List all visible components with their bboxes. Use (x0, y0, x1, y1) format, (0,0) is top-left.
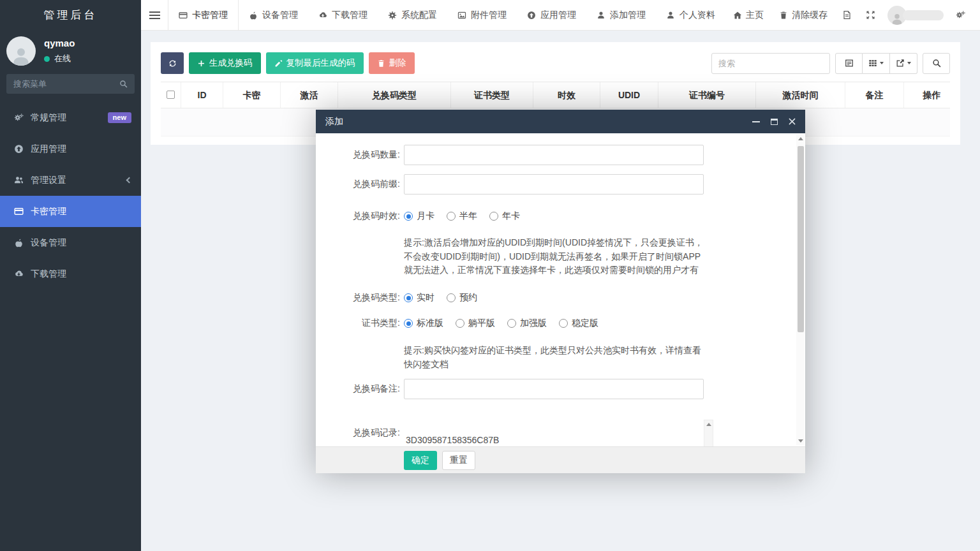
view-button-group (835, 53, 917, 74)
tab-card-management[interactable]: 卡密管理 (168, 0, 239, 30)
tab-apps[interactable]: 应用管理 (517, 0, 586, 30)
sidebar-search[interactable] (6, 74, 135, 94)
redacted-username (903, 10, 944, 20)
radio-icon (404, 293, 413, 302)
window-controls (752, 118, 796, 125)
tab-profile[interactable]: 个人资料 (656, 0, 725, 30)
count-input[interactable] (404, 145, 704, 165)
dialog-header[interactable]: 添加 (316, 110, 805, 133)
scroll-up-icon[interactable] (706, 423, 711, 426)
scroll-down-icon[interactable] (798, 439, 803, 443)
menu-toggle-icon[interactable] (141, 0, 168, 30)
pencil-icon (274, 59, 283, 68)
home-icon (733, 11, 742, 20)
expand-icon[interactable] (859, 0, 882, 30)
column-header[interactable]: 激活 (281, 82, 338, 108)
dialog-scrollbar[interactable] (796, 135, 805, 445)
dialog-title: 添加 (325, 116, 343, 128)
radio-realtime[interactable]: 实时 (404, 292, 434, 304)
textarea-scrollbar[interactable] (704, 420, 713, 446)
sidebar-item-admin-settings[interactable]: 管理设置 (0, 165, 141, 196)
table-header: ID 卡密 激活 兑换码类型 证书类型 时效 UDID 证书编号 激活时间 备注… (161, 82, 950, 108)
column-header[interactable]: 证书类型 (451, 82, 533, 108)
cloud-download-icon (14, 269, 24, 279)
status-text: 在线 (54, 53, 71, 64)
record-textarea[interactable]: 3D309587158356C87B (404, 420, 713, 446)
column-header[interactable]: 卡密 (223, 82, 281, 108)
scroll-up-icon[interactable] (798, 137, 803, 140)
columns-button[interactable] (863, 53, 890, 74)
radio-icon (559, 319, 568, 328)
note-label: 兑换码备注: (316, 383, 400, 395)
table-search-input[interactable] (711, 53, 830, 74)
tab-system-config[interactable]: 系统配置 (378, 0, 447, 30)
radio-year-card[interactable]: 年卡 (489, 210, 520, 222)
tab-add-admin[interactable]: 添加管理 (586, 0, 656, 30)
column-header[interactable]: 时效 (533, 82, 600, 108)
form-row-cert: 证书类型: 标准版 躺平版 加强版 稳定版 (316, 317, 805, 330)
add-dialog: 添加 兑换码数量: 兑换码前缀: 兑换码时效: 月卡 半年 年卡 提示:激活后会… (316, 110, 805, 473)
log-icon[interactable] (835, 0, 859, 30)
radio-half-year[interactable]: 半年 (447, 210, 477, 222)
copy-last-code-button[interactable]: 复制最后生成的码 (266, 52, 364, 74)
sidebar-item-general[interactable]: 常规管理 new (0, 102, 141, 133)
radio-label: 年卡 (502, 210, 520, 222)
sidebar-item-downloads[interactable]: 下载管理 (0, 258, 141, 290)
column-header[interactable]: UDID (600, 82, 658, 108)
users-icon (14, 175, 24, 185)
tab-label: 下载管理 (332, 10, 368, 21)
clear-cache-link[interactable]: 清除缓存 (771, 0, 835, 30)
radio-label: 月卡 (417, 210, 434, 222)
radio-month-card[interactable]: 月卡 (404, 210, 434, 222)
note-input[interactable] (404, 379, 704, 399)
column-header[interactable]: 操作 (904, 82, 960, 108)
close-icon[interactable] (789, 118, 796, 125)
minimize-icon[interactable] (752, 121, 760, 122)
column-header[interactable]: 证书编号 (658, 82, 756, 108)
select-all-cell (161, 82, 181, 108)
column-header[interactable]: 兑换码类型 (338, 82, 451, 108)
radio-stable[interactable]: 稳定版 (559, 318, 598, 329)
tab-label: 卡密管理 (192, 10, 228, 21)
columns-icon (868, 59, 877, 68)
radio-reserve[interactable]: 预约 (447, 292, 477, 304)
prefix-input[interactable] (404, 174, 704, 195)
tab-attachments[interactable]: 附件管理 (447, 0, 517, 30)
detail-view-button[interactable] (835, 53, 863, 74)
count-label: 兑换码数量: (316, 149, 400, 161)
radio-label: 躺平版 (468, 318, 495, 329)
dialog-footer: 确定 重置 (316, 446, 805, 473)
radio-tangping[interactable]: 躺平版 (456, 318, 495, 329)
export-button[interactable] (890, 53, 917, 74)
column-header[interactable]: 激活时间 (756, 82, 845, 108)
user-menu[interactable] (882, 6, 949, 25)
gears-icon[interactable] (949, 0, 972, 30)
form-row-type: 兑换码类型: 实时 预约 (316, 291, 805, 304)
confirm-button[interactable]: 确定 (404, 451, 437, 470)
search-toggle-button[interactable] (923, 53, 950, 74)
sidebar-item-apps[interactable]: 应用管理 (0, 133, 141, 165)
type-options: 实时 预约 (404, 291, 477, 304)
radio-enhanced[interactable]: 加强版 (507, 318, 547, 329)
column-header[interactable]: ID (181, 82, 223, 108)
sidebar-item-card-management[interactable]: 卡密管理 (0, 196, 141, 227)
tab-devices[interactable]: 设备管理 (239, 0, 308, 30)
maximize-icon[interactable] (771, 119, 778, 125)
avatar (6, 36, 36, 66)
refresh-button[interactable] (161, 52, 184, 74)
radio-standard[interactable]: 标准版 (404, 318, 443, 329)
sidebar-item-devices[interactable]: 设备管理 (0, 227, 141, 258)
apple-icon (249, 11, 258, 20)
select-all-checkbox[interactable] (167, 91, 175, 99)
home-link[interactable]: 主页 (725, 0, 771, 30)
scrollbar-thumb[interactable] (798, 146, 804, 332)
sidebar-search-input[interactable] (13, 79, 119, 89)
reset-button[interactable]: 重置 (442, 451, 475, 470)
duration-hint: 提示:激活后会增加对应的UDID到期时间(UDID掉签情况下，只会更换证书，不会… (404, 236, 704, 277)
generate-code-button[interactable]: 生成兑换码 (189, 52, 261, 74)
prefix-label: 兑换码前缀: (316, 179, 400, 190)
delete-button[interactable]: 删除 (369, 52, 415, 74)
column-header[interactable]: 备注 (845, 82, 904, 108)
tab-downloads[interactable]: 下载管理 (308, 0, 378, 30)
search-icon[interactable] (119, 80, 128, 88)
